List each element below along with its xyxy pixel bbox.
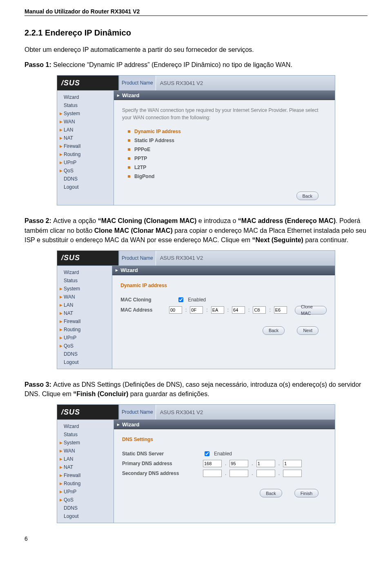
- opt-l2tp[interactable]: L2TP: [122, 163, 327, 172]
- clone-mac-button[interactable]: Clone MAC: [295, 306, 327, 314]
- primary-dns-row: Primary DNS address . . .: [122, 459, 327, 468]
- arrow-icon: ▸: [116, 268, 118, 273]
- nav-ddns[interactable]: ▶DDNS: [57, 350, 112, 358]
- dns1-1[interactable]: [229, 460, 248, 467]
- next-button[interactable]: Next: [297, 326, 318, 335]
- nav-wizard[interactable]: ▶Wizard: [57, 93, 114, 101]
- nav-lan[interactable]: ▶LAN: [57, 455, 114, 463]
- nav-status[interactable]: ▶Status: [57, 430, 114, 439]
- nav-ddns[interactable]: ▶DDNS: [57, 175, 114, 183]
- dns1-2[interactable]: [256, 460, 275, 467]
- nav-nat[interactable]: ▶NAT: [57, 134, 114, 142]
- back-button[interactable]: Back: [296, 192, 318, 200]
- mac-2[interactable]: [211, 306, 224, 314]
- step1-label: Passo 1:: [24, 61, 53, 68]
- nav-qos[interactable]: ▶QoS: [57, 496, 114, 504]
- static-dns-checkbox[interactable]: [205, 451, 209, 456]
- nav-upnp[interactable]: ▶UPnP: [57, 488, 114, 496]
- mac-cloning-checkbox[interactable]: [178, 297, 183, 302]
- finish-button[interactable]: Finish: [294, 489, 318, 497]
- nav-logout[interactable]: ▶Logout: [57, 183, 114, 191]
- nav-logout[interactable]: ▶Logout: [57, 358, 112, 366]
- nav-routing[interactable]: ▶Routing: [57, 325, 112, 334]
- arrow-icon: ▸: [117, 422, 120, 427]
- step3: Passo 3: Active as DNS Settings (Definiç…: [24, 380, 368, 399]
- mac-4[interactable]: [253, 306, 266, 314]
- nav-wan[interactable]: ▶WAN: [57, 293, 112, 301]
- nav-status[interactable]: ▶Status: [57, 101, 114, 109]
- bullet-icon: [128, 166, 130, 169]
- sidebar-nav: ▶Wizard ▶Status ▶System ▶WAN ▶LAN ▶NAT ▶…: [57, 91, 114, 205]
- figure-2: /SUS Product Name ASUS RX3041 V2 ▶Wizard…: [57, 250, 335, 369]
- intro-paragraph: Obter um endereço IP automaticamente a p…: [24, 45, 368, 54]
- nav-firewall[interactable]: ▶Firewall: [57, 471, 114, 479]
- nav-system[interactable]: ▶System: [57, 285, 112, 293]
- mac-address-row: MAC Address : : : : : Clone MAC: [120, 305, 327, 316]
- dns-title: DNS Settings: [122, 436, 327, 443]
- section-title: 2.2.1 Endereço IP Dinâmico: [24, 28, 368, 38]
- nav-routing[interactable]: ▶Routing: [57, 479, 114, 488]
- enabled-label: Enabled: [214, 450, 232, 457]
- figure-1: /SUS Product Name ASUS RX3041 V2 ▶Wizard…: [57, 75, 335, 205]
- nav-firewall[interactable]: ▶Firewall: [57, 142, 114, 150]
- opt-bigpond[interactable]: BigPond: [122, 172, 327, 181]
- nav-system[interactable]: ▶System: [57, 109, 114, 118]
- nav-firewall[interactable]: ▶Firewall: [57, 317, 112, 325]
- product-name: ASUS RX3041 V2: [156, 76, 335, 90]
- opt-static[interactable]: Static IP Address: [122, 136, 327, 145]
- mac-3[interactable]: [232, 306, 245, 314]
- primary-dns-label: Primary DNS address: [122, 460, 200, 467]
- static-dns-row: Static DNS Server Enabled: [122, 449, 327, 459]
- asus-logo: /SUS: [57, 251, 119, 265]
- nav-qos[interactable]: ▶QoS: [57, 167, 114, 175]
- asus-logo: /SUS: [57, 405, 119, 419]
- nav-wan[interactable]: ▶WAN: [57, 447, 114, 455]
- nav-status[interactable]: ▶Status: [57, 276, 112, 285]
- wizard-bar: ▸Wizard: [114, 91, 335, 100]
- dns2-1[interactable]: [229, 470, 248, 477]
- bullet-icon: [128, 139, 130, 142]
- nav-lan[interactable]: ▶LAN: [57, 126, 114, 134]
- nav-nat[interactable]: ▶NAT: [57, 463, 114, 471]
- enabled-label: Enabled: [188, 296, 206, 303]
- nav-upnp[interactable]: ▶UPnP: [57, 158, 114, 167]
- mac-address-label: MAC Address: [120, 306, 166, 314]
- opt-dynamic[interactable]: Dynamic IP address: [122, 127, 327, 136]
- nav-system[interactable]: ▶System: [57, 439, 114, 447]
- arrow-icon: ▸: [117, 93, 120, 98]
- nav-lan[interactable]: ▶LAN: [57, 301, 112, 309]
- step1-text: Seleccione “Dynamic IP address” (Endereç…: [53, 61, 292, 68]
- nav-ddns[interactable]: ▶DDNS: [57, 504, 114, 512]
- dynip-title: Dynamic IP address: [120, 282, 327, 289]
- mac-0[interactable]: [169, 306, 182, 314]
- product-name: ASUS RX3041 V2: [156, 405, 335, 419]
- secondary-dns-row: Secondary DNS address . . .: [122, 468, 327, 478]
- nav-upnp[interactable]: ▶UPnP: [57, 334, 112, 342]
- doc-header: Manual do Utilizador do Router RX3041 V2: [24, 8, 368, 16]
- nav-qos[interactable]: ▶QoS: [57, 342, 112, 350]
- bullet-icon: [128, 157, 130, 160]
- nav-nat[interactable]: ▶NAT: [57, 309, 112, 317]
- static-dns-label: Static DNS Server: [122, 450, 200, 457]
- nav-logout[interactable]: ▶Logout: [57, 512, 114, 520]
- nav-wizard[interactable]: ▶Wizard: [57, 422, 114, 430]
- nav-wan[interactable]: ▶WAN: [57, 118, 114, 126]
- dns1-0[interactable]: [203, 460, 222, 467]
- mac-cloning-label: MAC Cloning: [120, 296, 174, 303]
- mac-1[interactable]: [190, 306, 203, 314]
- nav-routing[interactable]: ▶Routing: [57, 150, 114, 158]
- figure-3: /SUS Product Name ASUS RX3041 V2 ▶Wizard…: [57, 404, 335, 523]
- mac-5[interactable]: [274, 306, 287, 314]
- back-button[interactable]: Back: [263, 326, 285, 335]
- step2-label: Passo 2:: [24, 217, 53, 224]
- mac-cloning-row: MAC Cloning Enabled: [120, 295, 327, 305]
- opt-pptp[interactable]: PPTP: [122, 154, 327, 163]
- dns2-0[interactable]: [203, 470, 222, 477]
- product-name: ASUS RX3041 V2: [156, 251, 335, 265]
- back-button[interactable]: Back: [260, 489, 282, 497]
- dns1-3[interactable]: [283, 460, 302, 467]
- dns2-3[interactable]: [283, 470, 302, 477]
- nav-wizard[interactable]: ▶Wizard: [57, 268, 112, 276]
- opt-pppoe[interactable]: PPPoE: [122, 145, 327, 154]
- dns2-2[interactable]: [256, 470, 275, 477]
